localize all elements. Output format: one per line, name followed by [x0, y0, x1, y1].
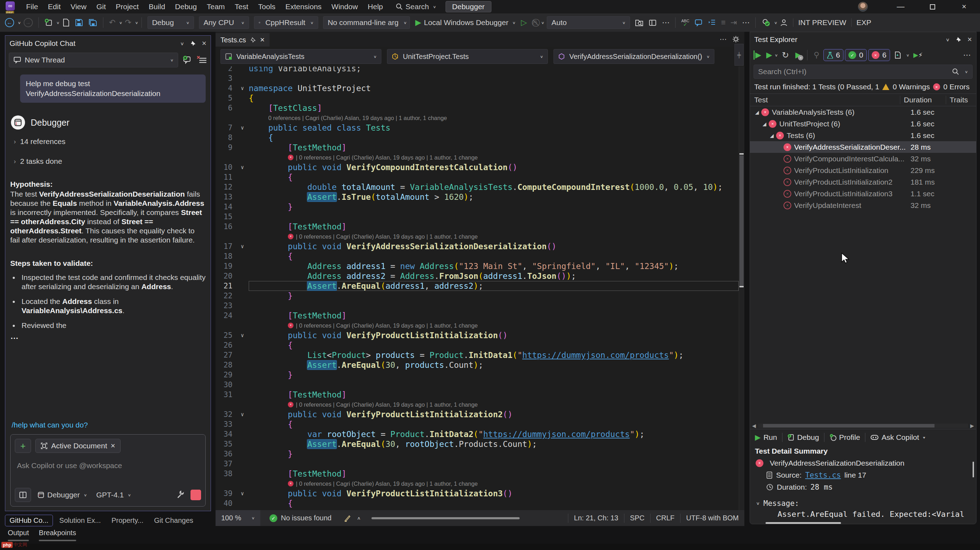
- agent-selector[interactable]: Debugger ∨: [35, 489, 90, 501]
- hot-reload-icon[interactable]: 🔥︎⃠: [532, 18, 538, 27]
- remove-chip-icon[interactable]: ×: [111, 441, 115, 450]
- message-expander-icon[interactable]: ∨: [756, 501, 760, 506]
- chevron-down-icon[interactable]: ∨: [774, 21, 778, 25]
- test-row[interactable]: ×VerifyProductListInitialization31.1 sec: [750, 188, 976, 199]
- code-line-37[interactable]: 37: [216, 459, 739, 469]
- chevron-up-icon[interactable]: ∧: [357, 515, 361, 520]
- feedback-person-icon[interactable]: [780, 19, 788, 27]
- run-all-icon[interactable]: ▶: [754, 51, 761, 60]
- menu-team[interactable]: Team: [202, 1, 230, 12]
- code-line-25[interactable]: 25∨ public void VerifyProductListInitial…: [216, 330, 739, 340]
- chat-input-box[interactable]: + Active Document × Ask Copilot or use @…: [10, 434, 206, 507]
- int-preview-label[interactable]: INT PREVIEW: [793, 18, 851, 27]
- fold-chevron-icon[interactable]: ∨: [236, 411, 249, 418]
- caret-position[interactable]: Ln: 21, Ch: 13: [568, 513, 624, 523]
- code-line-10[interactable]: 10∨ public void VerifyCompoundInterestCa…: [216, 163, 739, 172]
- expander-icon[interactable]: ◢: [768, 133, 775, 139]
- code-line-40[interactable]: 40 {: [216, 499, 739, 509]
- code-line-8[interactable]: 8 {: [216, 133, 739, 143]
- minimize-button[interactable]: —: [885, 0, 916, 13]
- menu-edit[interactable]: Edit: [43, 1, 65, 12]
- detail-horizontal-scrollbar[interactable]: [765, 522, 841, 524]
- passed-tests-badge[interactable]: ✓ 0: [845, 49, 867, 61]
- toolbar-overflow-icon[interactable]: ⋯: [662, 18, 670, 27]
- toolwindow-tab-3[interactable]: Property...: [107, 515, 148, 526]
- ask-copilot-button[interactable]: Ask Copilot ▾: [870, 433, 925, 442]
- fold-chevron-icon[interactable]: ∨: [236, 164, 249, 171]
- expander-icon[interactable]: ◢: [754, 110, 760, 115]
- save-all-icon[interactable]: [88, 18, 97, 27]
- code-line-2[interactable]: 2using VariableAnalysis;: [216, 66, 739, 73]
- code-line-15[interactable]: 15: [216, 212, 739, 222]
- code-line-31[interactable]: 31 [TestMethod]: [216, 390, 739, 400]
- issues-indicator[interactable]: ✓ No issues found: [269, 514, 331, 522]
- codelens-row[interactable]: ×| 0 references | Cagri (Charlie) Aslan,…: [216, 479, 739, 489]
- test-row[interactable]: ×VerifyUpdateInterest32 ms: [750, 199, 976, 211]
- new-chat-icon[interactable]: [182, 56, 192, 65]
- pin-icon[interactable]: [190, 40, 196, 46]
- chevron-down-icon[interactable]: ∨: [541, 21, 545, 25]
- chevron-down-icon[interactable]: ∨: [945, 37, 950, 42]
- code-line-17[interactable]: 17∨ public void VerifyAddressSerializati…: [216, 241, 739, 251]
- find-in-files-icon[interactable]: [635, 19, 643, 27]
- code-line-5[interactable]: 5{: [216, 93, 739, 103]
- tab-breakpoints[interactable]: Breakpoints: [39, 529, 76, 541]
- code-line-11[interactable]: 11 {: [216, 172, 739, 182]
- titlebar-search[interactable]: Search ∨: [396, 2, 436, 11]
- code-line-22[interactable]: 22 }: [216, 291, 739, 301]
- close-icon[interactable]: ×: [967, 35, 972, 44]
- indent-icon[interactable]: [708, 19, 716, 27]
- exp-label[interactable]: EXP: [851, 18, 876, 27]
- class-dropdown[interactable]: UnitTestProject.Tests ∨: [387, 49, 548, 64]
- code-line-20[interactable]: 20 Address address2 = Address.FromJson(a…: [216, 271, 739, 281]
- test-row[interactable]: ◢×Tests (6)1.6 sec: [750, 129, 976, 141]
- configuration-dropdown[interactable]: Debug∨: [148, 16, 194, 29]
- codelens-row[interactable]: ×| 0 references | Cagri (Charlie) Aslan,…: [216, 320, 739, 330]
- scroll-right-icon[interactable]: ▶: [970, 423, 974, 429]
- code-line-29[interactable]: 29 }: [216, 370, 739, 380]
- editor-horizontal-scrollbar[interactable]: [371, 517, 557, 520]
- chevron-down-icon[interactable]: ∨: [135, 21, 138, 25]
- code-line-18[interactable]: 18 {: [216, 251, 739, 261]
- fold-chevron-icon[interactable]: ∨: [236, 490, 249, 497]
- debugger-layout-button[interactable]: Debugger: [445, 1, 492, 12]
- code-line-24[interactable]: 24 [TestMethod]: [216, 311, 739, 320]
- menu-build[interactable]: Build: [143, 1, 170, 12]
- code-line-16[interactable]: 16 [TestMethod]: [216, 222, 739, 231]
- chevron-down-icon[interactable]: ∨: [775, 53, 778, 57]
- scrollbar-thumb[interactable]: [740, 155, 744, 287]
- menu-debug[interactable]: Debug: [170, 1, 202, 12]
- code-line-32[interactable]: 32∨ public void VerifyProductListInitial…: [216, 410, 739, 419]
- code-line-23[interactable]: 23: [216, 301, 739, 311]
- fold-chevron-icon[interactable]: ∨: [236, 332, 249, 338]
- code-line-33[interactable]: 33 {: [216, 419, 739, 429]
- detail-vertical-scrollbar[interactable]: [973, 462, 974, 477]
- zoom-dropdown[interactable]: 100 %∨: [216, 510, 260, 526]
- code-line-21[interactable]: 21 Assert.AreEqual(address1, address2);: [216, 281, 739, 291]
- code-line-38[interactable]: 38 [TestMethod]: [216, 469, 739, 479]
- model-selector[interactable]: GPT-4.1 ∨: [94, 489, 134, 501]
- editor-vertical-scrollbar[interactable]: [739, 66, 745, 510]
- pin-icon[interactable]: [955, 37, 962, 43]
- references-expander[interactable]: › 14 references: [14, 137, 206, 146]
- menu-extensions[interactable]: Extensions: [280, 1, 327, 12]
- codelens-row[interactable]: ×| 0 references | Cagri (Charlie) Aslan,…: [216, 400, 739, 410]
- undo-icon[interactable]: ↶: [109, 18, 115, 27]
- new-file-icon[interactable]: [62, 18, 70, 27]
- toolbar-overflow2-icon[interactable]: ⋯: [742, 18, 749, 27]
- code-line-39[interactable]: 39∨ public void VerifyProductListInitial…: [216, 489, 739, 499]
- live-share-icon[interactable]: [761, 18, 770, 27]
- code-line-27[interactable]: 27 List<Product> products = Product.Init…: [216, 350, 739, 360]
- space-mode[interactable]: SPC: [624, 513, 650, 523]
- code-line-3[interactable]: 3: [216, 73, 739, 83]
- layout-columns-icon[interactable]: [15, 488, 31, 502]
- menu-help[interactable]: Help: [363, 1, 388, 12]
- close-tab-icon[interactable]: ×: [260, 35, 264, 45]
- menu-view[interactable]: View: [65, 1, 91, 12]
- menu-file[interactable]: File: [21, 1, 43, 12]
- playlist-icon[interactable]: [894, 51, 901, 59]
- user-avatar[interactable]: [858, 2, 868, 12]
- navigate-back-icon[interactable]: ←: [5, 18, 14, 27]
- code-line-19[interactable]: 19 Address address1 = new Address("123 M…: [216, 261, 739, 271]
- code-viewport[interactable]: 2using VariableAnalysis;34∨namespace Uni…: [216, 66, 745, 510]
